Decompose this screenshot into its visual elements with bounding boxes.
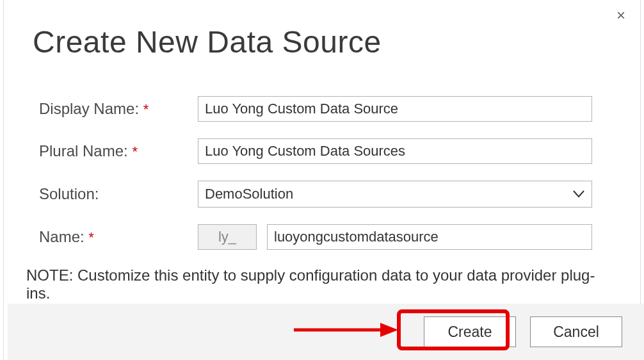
label-text: Solution: <box>39 185 99 202</box>
label-text: Plural Name: <box>39 142 128 160</box>
display-name-label: Display Name: * <box>39 100 198 118</box>
label-text: Display Name: <box>39 100 139 117</box>
name-prefix-input <box>198 224 257 250</box>
row-plural-name: Plural Name: * <box>39 138 602 164</box>
dialog-footer: Create Cancel <box>8 304 644 360</box>
row-display-name: Display Name: * <box>39 96 602 122</box>
plural-name-label: Plural Name: * <box>39 142 198 160</box>
required-marker: * <box>132 143 138 160</box>
name-input[interactable] <box>267 224 592 250</box>
solution-label: Solution: <box>39 185 198 203</box>
plural-name-input[interactable] <box>198 138 592 164</box>
create-button[interactable]: Create <box>424 316 516 347</box>
name-label: Name: * <box>39 228 198 246</box>
cancel-button[interactable]: Cancel <box>530 316 622 347</box>
form: Display Name: * Plural Name: * Solution: <box>39 96 602 302</box>
solution-select-wrap <box>198 181 592 208</box>
note-text: NOTE: Customize this entity to supply co… <box>26 266 602 302</box>
row-solution: Solution: <box>39 181 602 208</box>
dialog-title: Create New Data Source <box>33 24 382 60</box>
close-icon[interactable]: × <box>613 8 629 23</box>
display-name-input[interactable] <box>198 96 592 122</box>
dialog: × Create New Data Source Display Name: *… <box>3 0 641 360</box>
label-text: Name: <box>39 228 85 245</box>
required-marker: * <box>143 101 149 117</box>
row-name: Name: * <box>39 224 602 250</box>
solution-select[interactable] <box>198 181 592 208</box>
required-marker: * <box>88 229 94 245</box>
